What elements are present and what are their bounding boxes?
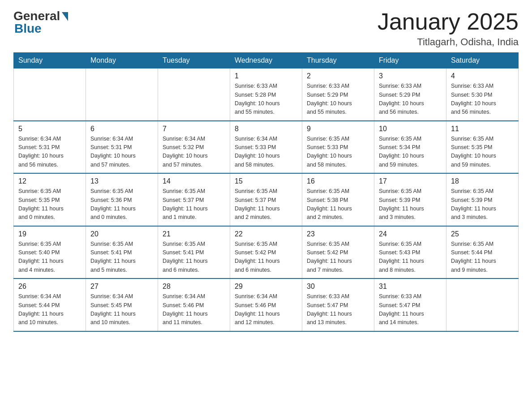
day-number: 31 bbox=[379, 283, 442, 291]
day-number: 11 bbox=[451, 125, 514, 133]
day-number: 3 bbox=[379, 72, 442, 80]
column-header-thursday: Thursday bbox=[302, 53, 374, 68]
day-cell: 11Sunrise: 6:35 AMSunset: 5:35 PMDayligh… bbox=[446, 121, 519, 174]
day-info: Sunrise: 6:34 AMSunset: 5:45 PMDaylight:… bbox=[90, 292, 153, 327]
day-number: 6 bbox=[90, 125, 153, 133]
day-cell: 5Sunrise: 6:34 AMSunset: 5:31 PMDaylight… bbox=[14, 121, 86, 174]
day-cell: 3Sunrise: 6:33 AMSunset: 5:29 PMDaylight… bbox=[374, 68, 446, 121]
day-info: Sunrise: 6:34 AMSunset: 5:44 PMDaylight:… bbox=[18, 292, 81, 327]
day-cell: 8Sunrise: 6:34 AMSunset: 5:33 PMDaylight… bbox=[230, 121, 302, 174]
day-number: 19 bbox=[18, 230, 81, 238]
day-info: Sunrise: 6:35 AMSunset: 5:37 PMDaylight:… bbox=[163, 187, 225, 222]
day-number: 7 bbox=[163, 125, 225, 133]
day-cell: 14Sunrise: 6:35 AMSunset: 5:37 PMDayligh… bbox=[158, 173, 230, 226]
day-info: Sunrise: 6:34 AMSunset: 5:46 PMDaylight:… bbox=[163, 292, 225, 327]
day-info: Sunrise: 6:35 AMSunset: 5:38 PMDaylight:… bbox=[307, 187, 369, 222]
day-info: Sunrise: 6:35 AMSunset: 5:42 PMDaylight:… bbox=[235, 240, 297, 275]
day-number: 8 bbox=[235, 125, 297, 133]
day-number: 10 bbox=[379, 125, 442, 133]
day-number: 27 bbox=[90, 283, 153, 291]
day-info: Sunrise: 6:35 AMSunset: 5:39 PMDaylight:… bbox=[451, 187, 514, 222]
day-number: 25 bbox=[451, 230, 514, 238]
day-info: Sunrise: 6:35 AMSunset: 5:33 PMDaylight:… bbox=[307, 135, 369, 170]
day-info: Sunrise: 6:35 AMSunset: 5:43 PMDaylight:… bbox=[379, 240, 442, 275]
day-cell bbox=[14, 68, 86, 121]
day-cell: 25Sunrise: 6:35 AMSunset: 5:44 PMDayligh… bbox=[446, 226, 519, 279]
day-cell: 23Sunrise: 6:35 AMSunset: 5:42 PMDayligh… bbox=[302, 226, 374, 279]
day-number: 23 bbox=[307, 230, 369, 238]
day-info: Sunrise: 6:35 AMSunset: 5:42 PMDaylight:… bbox=[307, 240, 369, 275]
day-info: Sunrise: 6:34 AMSunset: 5:46 PMDaylight:… bbox=[235, 292, 297, 327]
day-cell: 15Sunrise: 6:35 AMSunset: 5:37 PMDayligh… bbox=[230, 173, 302, 226]
day-number: 29 bbox=[235, 283, 297, 291]
day-info: Sunrise: 6:35 AMSunset: 5:37 PMDaylight:… bbox=[235, 187, 297, 222]
day-info: Sunrise: 6:33 AMSunset: 5:47 PMDaylight:… bbox=[379, 292, 442, 327]
column-header-tuesday: Tuesday bbox=[158, 53, 230, 68]
day-cell: 26Sunrise: 6:34 AMSunset: 5:44 PMDayligh… bbox=[14, 278, 86, 331]
title-block: January 2025 Titlagarh, Odisha, India bbox=[378, 9, 519, 48]
day-cell bbox=[158, 68, 230, 121]
day-info: Sunrise: 6:33 AMSunset: 5:29 PMDaylight:… bbox=[379, 82, 442, 117]
day-cell: 22Sunrise: 6:35 AMSunset: 5:42 PMDayligh… bbox=[230, 226, 302, 279]
day-info: Sunrise: 6:34 AMSunset: 5:32 PMDaylight:… bbox=[163, 135, 225, 170]
calendar-table: SundayMondayTuesdayWednesdayThursdayFrid… bbox=[13, 52, 519, 332]
day-number: 5 bbox=[18, 125, 81, 133]
day-cell bbox=[446, 278, 519, 331]
day-cell: 30Sunrise: 6:33 AMSunset: 5:47 PMDayligh… bbox=[302, 278, 374, 331]
day-number: 24 bbox=[379, 230, 442, 238]
day-info: Sunrise: 6:35 AMSunset: 5:40 PMDaylight:… bbox=[18, 240, 81, 275]
header-row: SundayMondayTuesdayWednesdayThursdayFrid… bbox=[14, 53, 519, 68]
week-row-2: 5Sunrise: 6:34 AMSunset: 5:31 PMDaylight… bbox=[14, 121, 519, 174]
column-header-monday: Monday bbox=[86, 53, 158, 68]
day-number: 13 bbox=[90, 177, 153, 185]
day-cell: 24Sunrise: 6:35 AMSunset: 5:43 PMDayligh… bbox=[374, 226, 446, 279]
day-cell: 21Sunrise: 6:35 AMSunset: 5:41 PMDayligh… bbox=[158, 226, 230, 279]
day-cell bbox=[86, 68, 158, 121]
week-row-1: 1Sunrise: 6:33 AMSunset: 5:28 PMDaylight… bbox=[14, 68, 519, 121]
day-cell: 16Sunrise: 6:35 AMSunset: 5:38 PMDayligh… bbox=[302, 173, 374, 226]
day-info: Sunrise: 6:35 AMSunset: 5:44 PMDaylight:… bbox=[451, 240, 514, 275]
week-row-3: 12Sunrise: 6:35 AMSunset: 5:35 PMDayligh… bbox=[14, 173, 519, 226]
calendar-title: January 2025 bbox=[378, 9, 519, 34]
day-cell: 7Sunrise: 6:34 AMSunset: 5:32 PMDaylight… bbox=[158, 121, 230, 174]
day-cell: 12Sunrise: 6:35 AMSunset: 5:35 PMDayligh… bbox=[14, 173, 86, 226]
column-header-saturday: Saturday bbox=[446, 53, 519, 68]
day-info: Sunrise: 6:33 AMSunset: 5:30 PMDaylight:… bbox=[451, 82, 514, 117]
day-info: Sunrise: 6:33 AMSunset: 5:29 PMDaylight:… bbox=[307, 82, 369, 117]
day-info: Sunrise: 6:35 AMSunset: 5:36 PMDaylight:… bbox=[90, 187, 153, 222]
day-info: Sunrise: 6:34 AMSunset: 5:31 PMDaylight:… bbox=[90, 135, 153, 170]
column-header-wednesday: Wednesday bbox=[230, 53, 302, 68]
day-number: 26 bbox=[18, 283, 81, 291]
day-info: Sunrise: 6:34 AMSunset: 5:33 PMDaylight:… bbox=[235, 135, 297, 170]
day-number: 16 bbox=[307, 177, 369, 185]
day-cell: 2Sunrise: 6:33 AMSunset: 5:29 PMDaylight… bbox=[302, 68, 374, 121]
day-info: Sunrise: 6:33 AMSunset: 5:47 PMDaylight:… bbox=[307, 292, 369, 327]
week-row-5: 26Sunrise: 6:34 AMSunset: 5:44 PMDayligh… bbox=[14, 278, 519, 331]
day-number: 9 bbox=[307, 125, 369, 133]
day-number: 22 bbox=[235, 230, 297, 238]
day-cell: 27Sunrise: 6:34 AMSunset: 5:45 PMDayligh… bbox=[86, 278, 158, 331]
day-cell: 1Sunrise: 6:33 AMSunset: 5:28 PMDaylight… bbox=[230, 68, 302, 121]
day-cell: 13Sunrise: 6:35 AMSunset: 5:36 PMDayligh… bbox=[86, 173, 158, 226]
day-number: 30 bbox=[307, 283, 369, 291]
logo-blue-text: Blue bbox=[14, 21, 42, 36]
calendar-header: SundayMondayTuesdayWednesdayThursdayFrid… bbox=[14, 53, 519, 68]
day-number: 20 bbox=[90, 230, 153, 238]
day-cell: 18Sunrise: 6:35 AMSunset: 5:39 PMDayligh… bbox=[446, 173, 519, 226]
day-number: 12 bbox=[18, 177, 81, 185]
day-info: Sunrise: 6:33 AMSunset: 5:28 PMDaylight:… bbox=[235, 82, 297, 117]
day-cell: 31Sunrise: 6:33 AMSunset: 5:47 PMDayligh… bbox=[374, 278, 446, 331]
day-info: Sunrise: 6:34 AMSunset: 5:31 PMDaylight:… bbox=[18, 135, 81, 170]
day-number: 17 bbox=[379, 177, 442, 185]
day-number: 28 bbox=[163, 283, 225, 291]
column-header-friday: Friday bbox=[374, 53, 446, 68]
day-cell: 29Sunrise: 6:34 AMSunset: 5:46 PMDayligh… bbox=[230, 278, 302, 331]
day-cell: 20Sunrise: 6:35 AMSunset: 5:41 PMDayligh… bbox=[86, 226, 158, 279]
day-number: 1 bbox=[235, 72, 297, 80]
day-cell: 17Sunrise: 6:35 AMSunset: 5:39 PMDayligh… bbox=[374, 173, 446, 226]
day-number: 14 bbox=[163, 177, 225, 185]
day-cell: 4Sunrise: 6:33 AMSunset: 5:30 PMDaylight… bbox=[446, 68, 519, 121]
logo-triangle-icon bbox=[62, 12, 68, 21]
day-cell: 19Sunrise: 6:35 AMSunset: 5:40 PMDayligh… bbox=[14, 226, 86, 279]
day-number: 21 bbox=[163, 230, 225, 238]
